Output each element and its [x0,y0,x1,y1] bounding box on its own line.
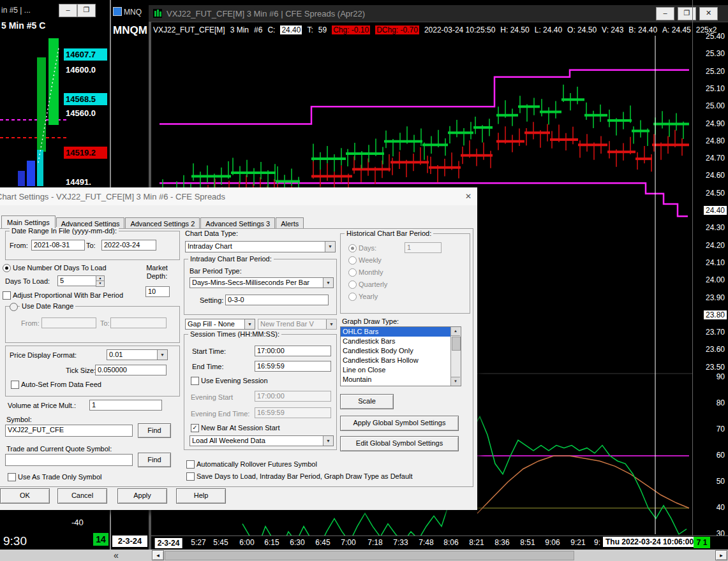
graph-draw-type-item[interactable]: OHLC Bars [341,327,450,337]
new-bar-session-checkbox[interactable]: ✓ [191,424,199,432]
graph-draw-type-item[interactable]: Candlestick Bars [341,337,450,346]
trade-symbol-field[interactable] [5,454,133,466]
autoset-checkbox[interactable] [11,381,19,389]
trade-symbol-label: Trade and Current Quote Symbol: [6,445,112,453]
chart-header-value: VXJ22_FUT_CFE[M] [153,26,225,34]
scroll-up-icon[interactable]: ▲ [451,327,460,336]
symbol-find-button[interactable]: Find [138,423,171,438]
window1-axis-badge: 14 [93,533,108,546]
bar-period-type-combo[interactable]: Days-Mins-Secs-Milliseconds Per Bar▼ [189,277,334,288]
to-label: To: [86,242,96,250]
time-label: 9:06 [545,538,560,547]
trade-only-checkbox[interactable] [8,473,16,481]
chart-header-value: C: [267,26,275,34]
horizontal-scrollbar[interactable]: « ◂ ▸ [0,550,728,561]
chart-header-value: 24.40 [280,26,302,34]
chevrons-icon[interactable]: « [114,550,119,561]
graph-draw-type-item[interactable]: Line on Close [341,365,450,375]
file-from-field[interactable]: 2021-08-31 [31,240,85,251]
radio-label-yearly: Yearly [359,293,378,301]
scale-button[interactable]: Scale [340,394,394,409]
scrollbar-thumb[interactable] [165,551,574,560]
start-time-field[interactable]: 17:00:00 [255,346,331,356]
dialog-title: Chart Settings - VXJ22_FUT_CFE[M] 3 Min … [0,192,225,201]
price-label: 23.50 [706,363,725,372]
graph-draw-type-listbox[interactable]: OHLC BarsCandlestick BarsCandlestick Bod… [340,326,461,386]
edit-global-button[interactable]: Edit Global Symbol Settings [340,436,459,451]
tab-alerts[interactable]: Alerts [276,217,304,229]
price-label: 23.90 [706,293,725,302]
chart-header-value: V: 243 [602,26,623,34]
tab-advanced-settings-2[interactable]: Advanced Settings 2 [125,217,200,229]
weekend-data-combo[interactable]: Load All Weekend Data▼ [189,435,334,446]
close-icon[interactable]: ✕ [463,191,473,201]
session-times-group: Session Times (HH:MM:SS): Start Time: 17… [184,334,337,450]
price-label: 24.20 [706,241,725,250]
help-button[interactable]: Help [176,488,226,504]
listbox-thumb[interactable] [452,337,461,351]
ok-button[interactable]: OK [0,488,50,504]
window1-chart-area[interactable] [0,34,67,187]
apply-button[interactable]: Apply [117,488,167,504]
tick-size-field[interactable]: 0.050000 [95,365,167,375]
radio-weekly[interactable] [348,256,357,265]
chart-header-value: Chg: -0.10 [332,26,370,34]
window1-price-label: 14607.7 [64,48,107,61]
new-trend-bar-combo[interactable]: New Trend Bar V▼ [258,319,337,330]
cancel-button[interactable]: Cancel [57,488,107,504]
dialog-titlebar[interactable]: Chart Settings - VXJ22_FUT_CFE[M] 3 Min … [0,187,477,205]
save-default-checkbox[interactable] [186,472,195,481]
use-days-radio[interactable] [3,264,11,272]
evening-start-field[interactable]: 17:00:00 [255,391,331,402]
listbox-scrollbar[interactable]: ▲ ▼ [450,327,461,386]
adjust-proportional-checkbox[interactable] [3,291,11,300]
setting-field[interactable]: 0-3-0 [225,295,329,305]
symbol-field[interactable]: VXJ22_FUT_CFE [5,425,133,437]
minimize-icon[interactable]: – [656,7,674,20]
bar-period-type-label: Bar Period Type: [189,267,242,275]
evening-session-checkbox[interactable] [191,377,199,385]
volume-mult-field[interactable]: 1 [89,400,162,411]
price-label: 24.30 [706,223,725,232]
time-label: 8:51 [520,538,535,547]
scroll-down-icon[interactable]: ▼ [451,377,460,386]
price-label: 23.70 [706,328,725,337]
chart-data-type-combo[interactable]: Intraday Chart▼ [185,241,336,252]
time-label: 7:48 [419,538,433,547]
apply-global-button[interactable]: Apply Global Symbol Settings [340,416,459,431]
days-to-load-field[interactable]: 5 [57,275,100,286]
range-to-field[interactable] [110,317,167,328]
market-depth-field[interactable]: 10 [145,286,170,297]
chart-settings-dialog: Chart Settings - VXJ22_FUT_CFE[M] 3 Min … [0,187,477,510]
range-from-field[interactable] [41,317,96,328]
radio-monthly[interactable] [348,268,357,277]
window2-titlebar[interactable]: MNQ [112,5,149,19]
price-display-format-combo[interactable]: 0.01▼ [107,349,168,360]
chart-header-value: O: 24.50 [567,26,597,34]
trade-symbol-find-button[interactable]: Find [138,453,171,467]
spin-down-icon[interactable]: ▼ [96,280,105,287]
tab-advanced-settings-3[interactable]: Advanced Settings 3 [200,217,275,229]
graph-draw-type-item[interactable]: Candlestick Body Only [341,346,450,356]
use-date-range-radio[interactable] [10,303,18,311]
radio-label-weekly: Weekly [359,256,382,265]
graph-draw-type-item[interactable]: Candlestick Bars Hollow [341,356,450,365]
scroll-right-icon[interactable]: ▸ [715,550,727,560]
tab-main-settings[interactable]: Main Settings [1,215,56,228]
rollover-checkbox[interactable] [186,460,195,469]
end-time-field[interactable]: 16:59:59 [255,361,331,372]
radio-quarterly[interactable] [348,280,357,289]
window1-price-label: 14560.0 [64,107,107,119]
file-to-field[interactable]: 2022-03-24 [101,240,156,251]
radio-yearly[interactable] [348,293,357,301]
days-spinner[interactable]: ▲ ▼ [96,275,103,286]
time-label: 6:30 [290,538,304,547]
time-label: 7:00 [341,538,355,547]
price-label: 25.00 [706,101,725,110]
date-range-file-group: Date Range In File (yyyy-mm-dd): From: 2… [5,231,180,260]
graph-draw-type-item[interactable]: Mountain [341,375,450,384]
gap-fill-combo[interactable]: Gap Fill - None▼ [185,319,255,330]
main-window-titlebar[interactable]: VXJ22_FUT_CFE[M] 3 Min #6 | CFE Spreads … [149,5,728,22]
scroll-left-icon[interactable]: ◂ [152,550,164,560]
evening-end-field[interactable]: 16:59:59 [255,407,331,418]
